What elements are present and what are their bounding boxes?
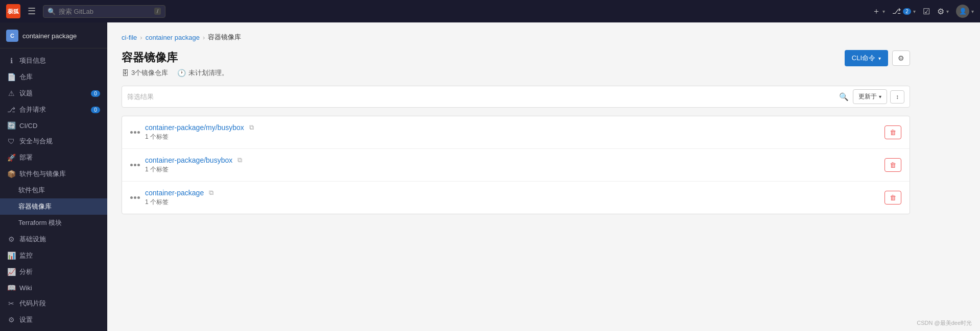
settings-gear-icon: ⚙ <box>7 316 15 324</box>
sidebar-item-software-packages[interactable]: 软件包库 <box>0 182 107 198</box>
sidebar-item-monitor[interactable]: 📊 监控 <box>0 247 107 264</box>
sort-button[interactable]: 更新于 ▾ <box>853 89 887 104</box>
project-avatar: C <box>6 30 18 42</box>
delete-button[interactable]: 🗑 <box>885 125 901 139</box>
registry-item-icon <box>130 164 140 166</box>
merge-request-button[interactable]: ⎇ 2 ▾ <box>892 7 916 16</box>
sidebar-header: C container package <box>0 22 107 48</box>
sidebar-item-deploy[interactable]: 🚀 部署 <box>0 149 107 166</box>
cli-command-button[interactable]: CLI命令 ▾ <box>845 50 888 66</box>
merge-icon: ⎇ <box>7 106 15 114</box>
merge-request-badge: 2 <box>903 8 911 15</box>
sort-label: 更新于 <box>858 92 877 101</box>
todo-icon: ☑ <box>923 7 930 16</box>
sidebar-item-security[interactable]: 🛡 安全与合规 <box>0 133 107 149</box>
chevron-down-icon: ▾ <box>879 94 881 99</box>
clock-icon: 🕐 <box>177 69 186 77</box>
sidebar-item-label: 软件包与镜像库 <box>19 169 66 179</box>
filter-bar: 🔍 更新于 ▾ ↕ <box>122 86 910 108</box>
sidebar: C container package ℹ 项目信息 📄 仓库 ⚠ 议题 0 ⎇… <box>0 22 107 331</box>
delete-button[interactable]: 🗑 <box>885 191 901 205</box>
sidebar-item-wiki[interactable]: 📖 Wiki <box>0 280 107 295</box>
sidebar-item-merge-requests[interactable]: ⎇ 合并请求 0 <box>0 101 107 118</box>
sidebar-nav: ℹ 项目信息 📄 仓库 ⚠ 议题 0 ⎇ 合并请求 0 🔄 CI/CD <box>0 48 107 331</box>
table-row: container-package/my/busybox ⧉ 1 个标签 🗑 <box>122 116 910 149</box>
sidebar-item-project-info[interactable]: ℹ 项目信息 <box>0 53 107 69</box>
merge-badge: 0 <box>91 107 100 113</box>
registry-count-text: 3个镜像仓库 <box>131 68 168 78</box>
breadcrumb: ci-file › container package › 容器镜像库 <box>122 33 910 42</box>
cli-button-label: CLI命令 <box>852 54 875 63</box>
sidebar-item-packages[interactable]: 📦 软件包与镜像库 <box>0 166 107 182</box>
filter-search-icon: 🔍 <box>839 92 849 101</box>
sidebar-item-snippets[interactable]: ✂ 代码片段 <box>0 295 107 312</box>
app-logo[interactable]: 极狐 <box>6 4 20 18</box>
sidebar-item-label: CI/CD <box>19 122 37 130</box>
sidebar-item-label: 分析 <box>19 267 33 276</box>
registry-item-tags: 1 个标签 <box>145 133 254 141</box>
trash-icon: 🗑 <box>890 129 896 136</box>
sidebar-item-infra[interactable]: ⚙ 基础设施 <box>0 231 107 247</box>
issues-icon: ⚠ <box>7 89 15 97</box>
sidebar-item-label: 安全与合规 <box>19 137 53 146</box>
todo-button[interactable]: ☑ <box>923 7 930 16</box>
analytics-icon: 📈 <box>7 268 15 276</box>
cicd-icon: 🔄 <box>7 121 15 130</box>
search-input[interactable] <box>59 8 151 15</box>
sidebar-item-settings[interactable]: ⚙ 设置 <box>0 312 107 328</box>
registry-item-info: container-package ⧉ 1 个标签 <box>145 189 213 207</box>
footer-credit: CSDN @最美dee时光 <box>917 319 972 327</box>
breadcrumb-ci-file[interactable]: ci-file <box>122 34 137 41</box>
sidebar-item-repo[interactable]: 📄 仓库 <box>0 69 107 85</box>
sidebar-item-cicd[interactable]: 🔄 CI/CD <box>0 118 107 133</box>
registry-item-info: container-package/my/busybox ⧉ 1 个标签 <box>145 123 254 141</box>
sidebar-item-label: 部署 <box>19 153 33 162</box>
breadcrumb-container-package[interactable]: container package <box>146 34 200 41</box>
sort-direction-button[interactable]: ↕ <box>890 90 904 104</box>
user-avatar-button[interactable]: 👤 ▾ <box>956 5 974 18</box>
copy-icon[interactable]: ⧉ <box>237 156 242 164</box>
registry-item-name[interactable]: container-package/busybox <box>145 156 232 164</box>
sidebar-item-label: 合并请求 <box>19 105 46 114</box>
table-row: container-package ⧉ 1 个标签 🗑 <box>122 182 910 214</box>
trash-icon: 🗑 <box>890 161 896 169</box>
main-layout: C container package ℹ 项目信息 📄 仓库 ⚠ 议题 0 ⎇… <box>0 22 980 331</box>
issues-badge: 0 <box>91 90 100 97</box>
registry-icon: 🗄 <box>122 69 129 77</box>
global-search-bar[interactable]: 🔍 / <box>43 5 165 18</box>
sort-direction-icon: ↕ <box>896 93 899 100</box>
copy-icon[interactable]: ⧉ <box>209 189 213 197</box>
user-settings-button[interactable]: ⚙ ▾ <box>937 7 949 16</box>
deploy-icon: 🚀 <box>7 154 15 162</box>
trash-icon: 🗑 <box>890 194 896 201</box>
main-inner: ci-file › container package › 容器镜像库 容器镜像… <box>107 22 924 224</box>
registry-item-tags: 1 个标签 <box>145 198 213 207</box>
shield-icon: 🛡 <box>7 137 15 145</box>
sidebar-item-terraform[interactable]: Terraform 模块 <box>0 215 107 231</box>
main-content: ci-file › container package › 容器镜像库 容器镜像… <box>107 22 980 331</box>
sidebar-item-label: 监控 <box>19 251 33 260</box>
hamburger-menu[interactable]: ☰ <box>26 4 38 19</box>
page-meta: 🗄 3个镜像仓库 🕐 未计划清理。 <box>122 68 228 78</box>
registry-settings-button[interactable]: ⚙ <box>892 50 910 66</box>
registry-item-name[interactable]: container-package/my/busybox <box>145 123 244 132</box>
sidebar-item-container-registry[interactable]: 容器镜像库 <box>0 198 107 215</box>
delete-button[interactable]: 🗑 <box>885 158 901 172</box>
sidebar-item-label: 软件包库 <box>18 186 45 195</box>
merge-request-icon: ⎇ <box>892 7 901 16</box>
registry-item-name[interactable]: container-package <box>145 189 204 197</box>
sidebar-item-issues[interactable]: ⚠ 议题 0 <box>0 85 107 101</box>
snippets-icon: ✂ <box>7 299 15 308</box>
sidebar-item-label: 基础设施 <box>19 235 46 244</box>
sidebar-item-label: Terraform 模块 <box>18 218 62 227</box>
avatar: 👤 <box>956 5 969 18</box>
filter-input[interactable] <box>127 93 835 100</box>
sidebar-item-analytics[interactable]: 📈 分析 <box>0 264 107 280</box>
sidebar-item-label: 容器镜像库 <box>18 202 52 211</box>
new-item-button[interactable]: ＋ ▾ <box>872 6 885 17</box>
chevron-down-icon: ▾ <box>878 56 881 61</box>
settings-icon: ⚙ <box>937 7 944 16</box>
sidebar-item-label: 代码片段 <box>19 299 46 308</box>
copy-icon[interactable]: ⧉ <box>249 123 254 132</box>
top-nav: 极狐 ☰ 🔍 / ＋ ▾ ⎇ 2 ▾ ☑ ⚙ ▾ 👤 ▾ <box>0 0 980 22</box>
